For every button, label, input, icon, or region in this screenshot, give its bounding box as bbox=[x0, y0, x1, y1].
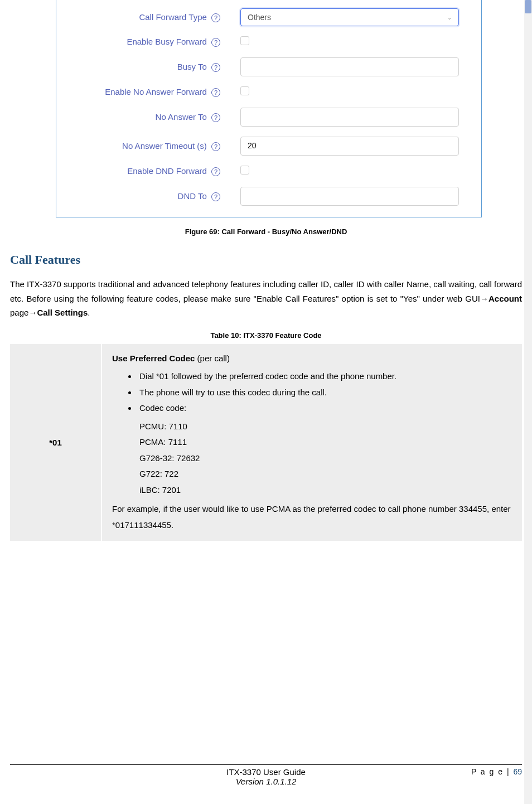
help-icon[interactable]: ? bbox=[211, 167, 220, 176]
feature-code: *01 bbox=[49, 438, 62, 447]
chevron-down-icon: ⌄ bbox=[447, 14, 452, 21]
label-call-forward-type: Call Forward Type ? bbox=[56, 12, 224, 22]
codec-item: G726-32: 72632 bbox=[139, 451, 512, 467]
label-text: Busy To bbox=[177, 62, 207, 71]
call-forward-form: Call Forward Type ? Others ⌄ Enable Busy… bbox=[56, 0, 482, 217]
codec-item: iLBC: 7201 bbox=[139, 482, 512, 498]
scrollbar-track[interactable] bbox=[524, 0, 532, 804]
row-call-forward-type: Call Forward Type ? Others ⌄ bbox=[56, 8, 459, 26]
figure-caption: Figure 69: Call Forward - Busy/No Answer… bbox=[6, 227, 526, 236]
row-enable-dnd-forward: Enable DND Forward ? bbox=[56, 166, 459, 177]
page-footer: P a g e | 69 ITX-3370 User Guide Version… bbox=[6, 764, 526, 786]
checkbox-enable-no-answer-forward[interactable] bbox=[240, 86, 249, 95]
label-no-answer-to: No Answer To ? bbox=[56, 112, 224, 122]
input-dnd-to[interactable] bbox=[240, 187, 459, 206]
row-no-answer-to: No Answer To ? bbox=[56, 108, 459, 127]
feature-code-table: *01 Use Preferred Codec (per call) Dial … bbox=[10, 344, 522, 541]
label-enable-no-answer-forward: Enable No Answer Forward ? bbox=[56, 87, 224, 97]
list-item: The phone will try to use this codec dur… bbox=[137, 385, 512, 401]
label-text: DND To bbox=[178, 191, 207, 201]
arrow-icon: → bbox=[480, 294, 489, 303]
label-dnd-to: DND To ? bbox=[56, 191, 224, 201]
row-dnd-to: DND To ? bbox=[56, 187, 459, 206]
list-item: Codec code: bbox=[137, 400, 512, 416]
call-settings-bold: Call Settings bbox=[37, 308, 88, 317]
feature-bullet-list: Dial *01 followed by the preferred codec… bbox=[112, 369, 512, 416]
help-icon[interactable]: ? bbox=[211, 63, 220, 72]
footer-title: ITX-3370 User Guide bbox=[6, 767, 526, 777]
row-enable-no-answer-forward: Enable No Answer Forward ? bbox=[56, 86, 459, 98]
label-text: Enable DND Forward bbox=[127, 166, 207, 176]
label-enable-dnd-forward: Enable DND Forward ? bbox=[56, 166, 224, 176]
help-icon[interactable]: ? bbox=[211, 38, 220, 47]
checkbox-enable-dnd-forward[interactable] bbox=[240, 166, 249, 175]
feature-title-bold: Use Preferred Codec bbox=[112, 353, 195, 363]
feature-example: For example, if the user would like to u… bbox=[112, 501, 512, 533]
input-no-answer-timeout[interactable]: 20 bbox=[240, 137, 459, 156]
label-text: No Answer Timeout (s) bbox=[122, 141, 207, 151]
arrow-icon: → bbox=[28, 308, 37, 317]
feature-code-cell: *01 bbox=[10, 344, 102, 541]
feature-desc-cell: Use Preferred Codec (per call) Dial *01 … bbox=[102, 344, 522, 541]
help-icon[interactable]: ? bbox=[211, 13, 220, 22]
help-icon[interactable]: ? bbox=[211, 88, 220, 97]
row-busy-to: Busy To ? bbox=[56, 57, 459, 76]
table-caption: Table 10: ITX-3370 Feature Code bbox=[6, 331, 526, 340]
label-no-answer-timeout: No Answer Timeout (s) ? bbox=[56, 141, 224, 151]
page-word: page bbox=[10, 308, 28, 317]
codec-item: G722: 722 bbox=[139, 466, 512, 482]
section-title: Call Features bbox=[10, 253, 526, 267]
label-enable-busy-forward: Enable Busy Forward ? bbox=[56, 37, 224, 47]
label-busy-to: Busy To ? bbox=[56, 62, 224, 72]
row-no-answer-timeout: No Answer Timeout (s) ? 20 bbox=[56, 137, 459, 156]
account-bold: Account bbox=[489, 294, 522, 303]
help-icon[interactable]: ? bbox=[211, 192, 220, 201]
label-text: Enable Busy Forward bbox=[127, 37, 206, 46]
list-item: Dial *01 followed by the preferred codec… bbox=[137, 369, 512, 385]
label-text: No Answer To bbox=[156, 112, 207, 122]
scrollbar-thumb[interactable] bbox=[525, 0, 531, 13]
label-text: Enable No Answer Forward bbox=[105, 87, 207, 96]
select-call-forward-type[interactable]: Others ⌄ bbox=[240, 8, 459, 26]
page-label: P a g e | bbox=[471, 767, 514, 776]
label-text: Call Forward Type bbox=[139, 12, 206, 22]
page-num: 69 bbox=[513, 767, 522, 776]
help-icon[interactable]: ? bbox=[211, 113, 220, 122]
body-text-1: The ITX-3370 supports traditional and ad… bbox=[10, 279, 522, 303]
feature-title-rest: (per call) bbox=[195, 353, 230, 363]
select-value: Others bbox=[248, 13, 271, 22]
body-paragraph: The ITX-3370 supports traditional and ad… bbox=[10, 277, 522, 320]
period: . bbox=[88, 308, 90, 317]
help-icon[interactable]: ? bbox=[211, 142, 220, 151]
footer-version: Version 1.0.1.12 bbox=[6, 777, 526, 786]
input-busy-to[interactable] bbox=[240, 57, 459, 76]
feature-title: Use Preferred Codec (per call) bbox=[112, 351, 512, 367]
checkbox-enable-busy-forward[interactable] bbox=[240, 36, 249, 45]
codec-item: PCMA: 7111 bbox=[139, 434, 512, 451]
codec-list: PCMU: 7110 PCMA: 7111 G726-32: 72632 G72… bbox=[112, 419, 512, 498]
input-no-answer-to[interactable] bbox=[240, 108, 459, 127]
codec-item: PCMU: 7110 bbox=[139, 419, 512, 435]
footer-divider bbox=[10, 764, 522, 765]
row-enable-busy-forward: Enable Busy Forward ? bbox=[56, 36, 459, 47]
